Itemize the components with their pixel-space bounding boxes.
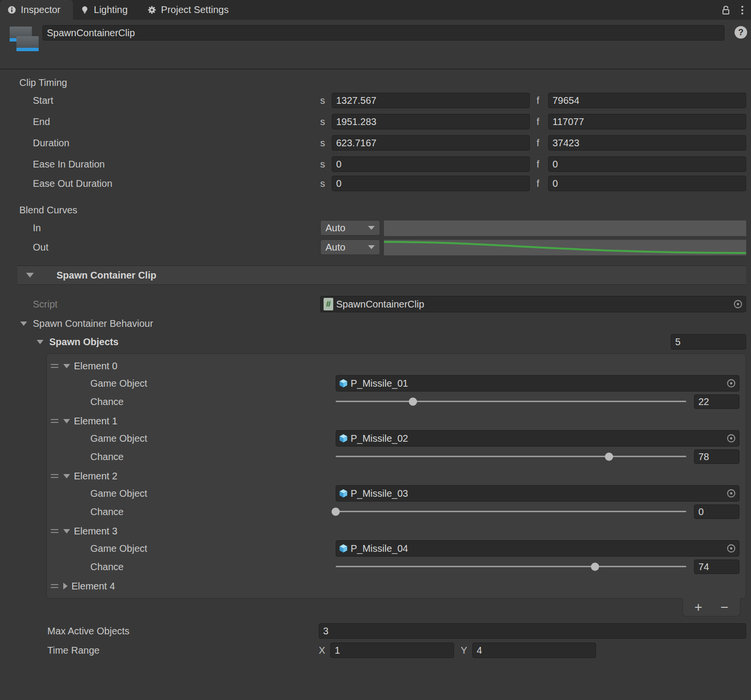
max-active-objects-row: Max Active Objects (0, 623, 746, 639)
blend-out-row: Out Auto (0, 239, 746, 255)
array-size-input[interactable] (671, 334, 746, 350)
seconds-unit-label: s (320, 95, 332, 106)
foldout-open-icon (20, 322, 27, 326)
tab-project-settings[interactable]: Project Settings (140, 0, 241, 20)
element-2-chance-input[interactable] (694, 504, 739, 519)
x-axis-label: X (319, 645, 330, 656)
element-3-header[interactable]: Element 3 (51, 522, 739, 540)
start-frames-input[interactable] (548, 93, 746, 108)
inspector-window: Inspector Lighting Project Sett (0, 0, 751, 700)
slider-thumb[interactable] (605, 453, 613, 461)
foldout-closed-icon (63, 583, 68, 589)
max-active-objects-input[interactable] (319, 623, 746, 639)
foldout-open-icon (63, 364, 70, 368)
seconds-unit-label: s (320, 116, 332, 127)
element-1-header[interactable]: Element 1 (51, 412, 739, 430)
drag-handle-icon[interactable] (51, 584, 59, 588)
ease-in-frames-input[interactable] (548, 156, 746, 172)
frames-unit-label: f (537, 116, 548, 127)
object-picker-icon[interactable] (726, 378, 736, 388)
object-picker-icon[interactable] (733, 299, 743, 309)
time-range-x-input[interactable] (330, 643, 454, 658)
element-2-header[interactable]: Element 2 (51, 467, 739, 485)
object-picker-icon[interactable] (726, 489, 736, 498)
drag-handle-icon[interactable] (51, 529, 59, 533)
element-0-game-object-field[interactable]: P_Missile_01 (336, 375, 739, 392)
element-3-chance-slider[interactable] (336, 560, 686, 574)
time-range-label: Time Range (0, 645, 319, 656)
tab-inspector-label: Inspector (21, 4, 60, 15)
ease-out-frames-input[interactable] (548, 176, 746, 191)
tab-lighting[interactable]: Lighting (73, 0, 140, 20)
remove-element-button[interactable]: − (714, 599, 735, 616)
element-1-game-object-field[interactable]: P_Missile_02 (336, 430, 739, 447)
script-object-field[interactable]: # SpawnContainerClip (320, 296, 746, 312)
seconds-unit-label: s (320, 138, 332, 149)
spawn-container-clip-title: Spawn Container Clip (57, 270, 156, 281)
duration-label: Duration (0, 138, 320, 149)
end-seconds-input[interactable] (332, 114, 530, 129)
foldout-open-icon (26, 273, 34, 278)
prefab-cube-icon (339, 489, 348, 498)
element-1-chance-input[interactable] (694, 449, 739, 464)
spawn-container-clip-header[interactable]: Spawn Container Clip (17, 266, 746, 285)
tab-project-settings-label: Project Settings (161, 4, 228, 15)
kebab-menu-icon[interactable] (740, 4, 744, 16)
y-axis-label: Y (461, 645, 472, 656)
spawn-container-behaviour-foldout[interactable]: Spawn Container Behaviour (0, 316, 746, 331)
end-label: End (0, 116, 320, 127)
blend-out-curve-preview[interactable] (384, 239, 746, 255)
foldout-open-icon (63, 419, 70, 423)
element-1-chance-slider[interactable] (336, 449, 686, 464)
spawn-objects-array-box: Element 0 Game Object P_Missile_01 (46, 353, 746, 599)
slider-thumb[interactable] (332, 508, 340, 516)
foldout-open-icon (63, 529, 70, 533)
element-3-chance-input[interactable] (694, 560, 739, 574)
drag-handle-icon[interactable] (51, 364, 59, 368)
slider-thumb[interactable] (591, 563, 599, 571)
ease-out-label: Ease Out Duration (0, 178, 320, 189)
clip-timing-title: Clip Timing (19, 75, 751, 90)
help-icon[interactable]: ? (735, 26, 747, 39)
ease-out-curve (384, 240, 746, 255)
tab-bar: Inspector Lighting Project Sett (0, 0, 751, 20)
ease-out-seconds-input[interactable] (332, 176, 530, 191)
drag-handle-icon[interactable] (51, 474, 59, 478)
element-2-game-object-row: Game Object P_Missile_03 (51, 485, 739, 502)
element-3-game-object-field[interactable]: P_Missile_04 (336, 540, 739, 557)
drag-handle-icon[interactable] (51, 419, 59, 423)
ease-in-seconds-input[interactable] (332, 156, 530, 172)
end-row: End s f (0, 114, 746, 129)
element-0-header[interactable]: Element 0 (51, 357, 739, 375)
spawn-objects-label: Spawn Objects (49, 336, 118, 348)
slider-thumb[interactable] (409, 398, 417, 406)
game-object-label: Game Object (51, 543, 336, 554)
spawn-objects-foldout[interactable]: Spawn Objects (0, 334, 746, 350)
blend-in-mode-value: Auto (326, 223, 345, 234)
csharp-script-icon: # (324, 298, 333, 310)
object-picker-icon[interactable] (726, 544, 736, 553)
start-seconds-input[interactable] (332, 93, 530, 108)
blend-out-mode-dropdown[interactable]: Auto (320, 239, 380, 255)
asset-name-input[interactable] (43, 25, 724, 41)
gear-icon (148, 6, 156, 14)
object-picker-icon[interactable] (726, 434, 736, 443)
element-0-game-object-row: Game Object P_Missile_01 (51, 375, 739, 392)
element-2-game-object-field[interactable]: P_Missile_03 (336, 485, 739, 502)
element-4-header[interactable]: Element 4 (51, 577, 739, 595)
time-range-y-input[interactable] (472, 643, 596, 658)
add-element-button[interactable]: + (688, 599, 709, 616)
element-0-chance-input[interactable] (694, 394, 739, 409)
chance-label: Chance (51, 396, 336, 407)
element-0-chance-slider[interactable] (336, 394, 686, 409)
unlock-icon[interactable] (721, 5, 731, 15)
element-2-chance-slider[interactable] (336, 504, 686, 519)
tab-inspector[interactable]: Inspector (0, 0, 73, 20)
blend-in-mode-dropdown[interactable]: Auto (320, 220, 380, 236)
blend-in-curve-preview[interactable] (384, 220, 746, 236)
element-1-chance-row: Chance (51, 449, 739, 464)
duration-seconds-input[interactable] (332, 135, 530, 151)
element-1-game-object-row: Game Object P_Missile_02 (51, 430, 739, 447)
duration-frames-input[interactable] (548, 135, 746, 151)
end-frames-input[interactable] (548, 114, 746, 129)
